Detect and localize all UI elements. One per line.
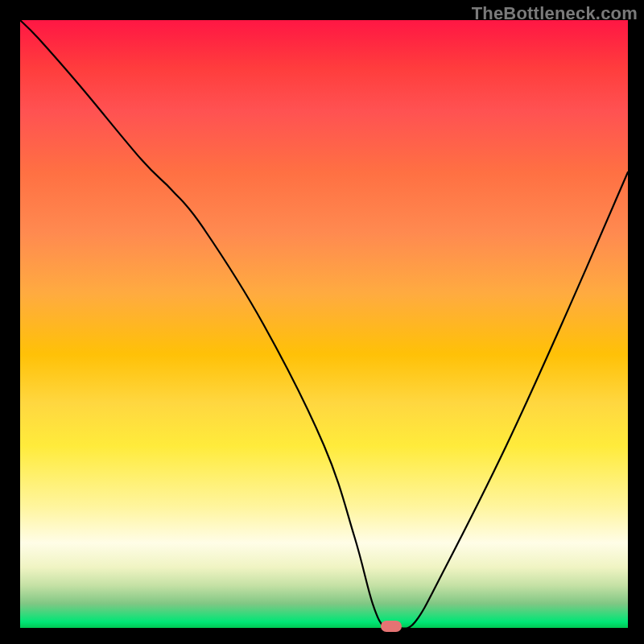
line-chart	[20, 20, 628, 628]
curve-path	[20, 20, 628, 628]
chart-container: TheBottleneck.com	[0, 0, 644, 644]
watermark-text: TheBottleneck.com	[472, 3, 638, 24]
optimal-marker	[381, 621, 402, 632]
